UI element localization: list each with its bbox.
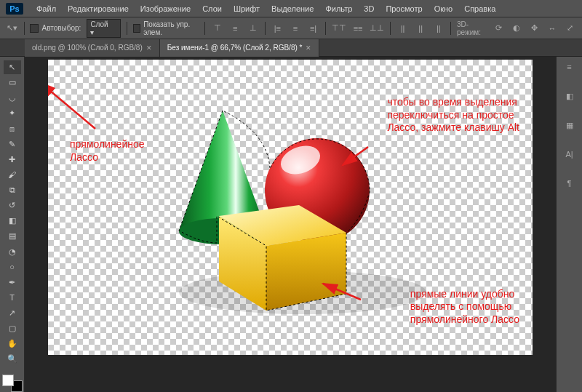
path-select-tool[interactable]: ↗	[4, 306, 21, 320]
blur-tool[interactable]: ◔	[4, 245, 21, 259]
tool-preset-icon[interactable]: ↖▾	[6, 22, 18, 35]
dist-left-icon[interactable]: ||	[396, 22, 409, 35]
close-icon[interactable]: ✕	[146, 44, 152, 52]
3d-orbit-icon[interactable]: ⟳	[493, 22, 505, 35]
canvas-area: прямолинейное Лассо чтобы во время выдел…	[25, 57, 556, 392]
showcontrols-checkbox[interactable]: Показать упр. элем.	[133, 20, 199, 36]
eraser-tool[interactable]: ◧	[4, 214, 21, 228]
menu-select[interactable]: Выделение	[266, 4, 319, 13]
dist-hc-icon[interactable]: ||	[415, 22, 427, 35]
dist-vc-icon[interactable]: ≡≡	[352, 22, 364, 35]
hand-tool[interactable]: ✋	[4, 337, 21, 351]
color-panel-icon[interactable]: ◧	[562, 89, 577, 103]
autoselect-label: Автовыбор:	[41, 24, 81, 32]
magic-wand-tool[interactable]: ✦	[4, 106, 21, 120]
document-tab[interactable]: Без имени-1 @ 66,7% (Слой 2, RGB/8) * ✕	[160, 39, 320, 57]
menu-window[interactable]: Окно	[428, 4, 459, 13]
menu-image[interactable]: Изображение	[135, 4, 196, 13]
left-toolbar: ↖ ▭ ◡ ✦ ⧈ ✎ ✚ 🖌 ⧉ ↺ ◧ ▤ ◔ ○ ✒ T ↗ ▢ ✋ 🔍	[0, 57, 25, 392]
3d-slide-icon[interactable]: ↔	[546, 22, 559, 35]
healing-brush-tool[interactable]: ✚	[4, 153, 21, 167]
align-right-icon[interactable]: ≡|	[307, 22, 319, 35]
autoselect-dropdown[interactable]: Слой ▾	[87, 19, 121, 38]
marquee-tool[interactable]: ▭	[4, 76, 21, 89]
close-icon[interactable]: ✕	[306, 44, 311, 52]
align-left-icon[interactable]: |≡	[271, 22, 284, 35]
right-panel: ≡ ◧ ▦ A| ¶	[556, 57, 582, 392]
workspace: ↖ ▭ ◡ ✦ ⧈ ✎ ✚ 🖌 ⧉ ↺ ◧ ▤ ◔ ○ ✒ T ↗ ▢ ✋ 🔍	[0, 57, 582, 392]
tab-label: old.png @ 100% (Слой 0, RGB/8)	[32, 44, 143, 52]
dodge-tool[interactable]: ○	[4, 260, 21, 274]
gradient-tool[interactable]: ▤	[4, 229, 21, 243]
history-panel-icon[interactable]: ≡	[562, 60, 577, 74]
stamp-tool[interactable]: ⧉	[4, 183, 21, 197]
shape-tool[interactable]: ▢	[4, 321, 21, 335]
mode3d-label: 3D-режим:	[457, 20, 487, 36]
3d-pan-icon[interactable]: ✥	[528, 22, 541, 35]
menu-file[interactable]: Файл	[31, 4, 62, 13]
character-panel-icon[interactable]: A|	[562, 147, 577, 161]
3d-zoom-icon[interactable]: ⤢	[564, 22, 576, 35]
align-top-icon[interactable]: ⊤	[211, 22, 223, 35]
menu-3d[interactable]: 3D	[358, 4, 380, 13]
options-bar: ↖▾ Автовыбор: Слой ▾ Показать упр. элем.…	[0, 17, 582, 39]
dist-right-icon[interactable]: ||	[433, 22, 445, 35]
document-tab[interactable]: old.png @ 100% (Слой 0, RGB/8) ✕	[25, 39, 160, 57]
menubar: Ps Файл Редактирование Изображение Слои …	[0, 0, 582, 17]
pen-tool[interactable]: ✒	[4, 276, 21, 289]
document-tabbar: old.png @ 100% (Слой 0, RGB/8) ✕ Без име…	[0, 39, 582, 57]
eyedropper-tool[interactable]: ✎	[4, 137, 21, 151]
menu-filter[interactable]: Фильтр	[319, 4, 358, 13]
menu-view[interactable]: Просмотр	[380, 4, 428, 13]
zoom-tool[interactable]: 🔍	[4, 352, 21, 366]
app-logo: Ps	[6, 3, 23, 15]
align-vcenter-icon[interactable]: ≡	[229, 22, 242, 35]
align-bottom-icon[interactable]: ⊥	[247, 22, 260, 35]
paragraph-panel-icon[interactable]: ¶	[562, 176, 577, 191]
tab-label: Без имени-1 @ 66,7% (Слой 2, RGB/8) *	[167, 44, 303, 52]
autoselect-checkbox[interactable]: Автовыбор:	[30, 24, 81, 33]
move-tool[interactable]: ↖	[4, 60, 21, 74]
annotation-bottomright: прямые линии удобно выделять с помощью п…	[410, 288, 519, 327]
lasso-tool[interactable]: ◡	[4, 91, 21, 105]
menu-help[interactable]: Справка	[458, 4, 501, 13]
annotation-topright: чтобы во время выделения переключиться н…	[387, 96, 519, 135]
menu-edit[interactable]: Редактирование	[62, 4, 135, 13]
dist-bottom-icon[interactable]: ⊥⊥	[370, 22, 384, 35]
color-swatches[interactable]	[2, 375, 23, 392]
annotation-left: прямолинейное Лассо	[70, 138, 145, 164]
document-canvas[interactable]: прямолинейное Лассо чтобы во время выдел…	[48, 60, 533, 355]
menu-type[interactable]: Шрифт	[228, 4, 266, 13]
menu-layer[interactable]: Слои	[196, 4, 228, 13]
foreground-swatch[interactable]	[2, 375, 14, 386]
type-tool[interactable]: T	[4, 291, 21, 305]
history-brush-tool[interactable]: ↺	[4, 199, 21, 212]
dist-top-icon[interactable]: ⊤⊤	[332, 22, 346, 35]
showcontrols-label: Показать упр. элем.	[143, 20, 199, 36]
swatches-panel-icon[interactable]: ▦	[562, 118, 577, 132]
brush-tool[interactable]: 🖌	[4, 168, 21, 182]
crop-tool[interactable]: ⧈	[4, 122, 21, 136]
align-hcenter-icon[interactable]: ≡	[290, 22, 302, 35]
3d-roll-icon[interactable]: ◐	[510, 22, 522, 35]
